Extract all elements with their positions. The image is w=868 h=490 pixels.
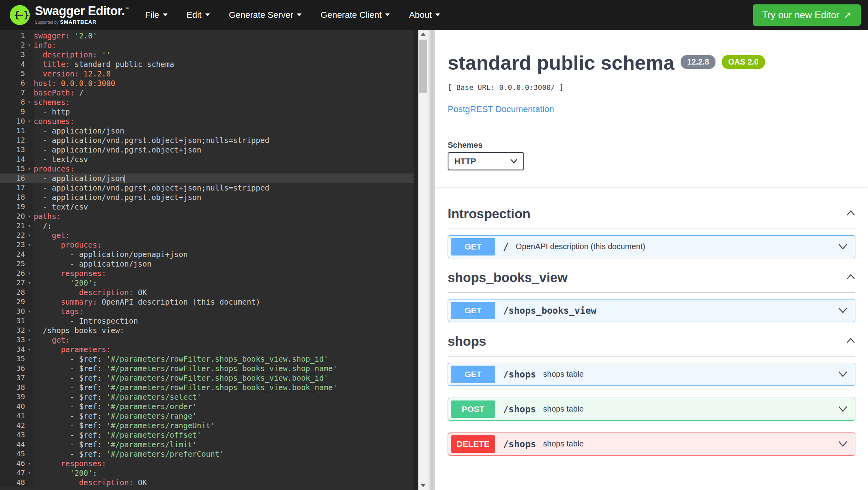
fold-toggle-icon[interactable]: ▾ <box>25 335 34 345</box>
editor-line[interactable]: 47▾ '200': <box>0 468 418 478</box>
editor-line[interactable]: 23▾ produces: <box>0 240 418 250</box>
tag-header-Introspection[interactable]: Introspection <box>448 206 855 229</box>
editor-line[interactable]: 44 - $ref: '#/parameters/limit' <box>0 440 418 449</box>
doc-link[interactable]: PostgREST Documentation <box>448 104 554 114</box>
editor-line[interactable]: 48 description: OK <box>0 478 418 487</box>
editor-line[interactable]: 17 - application/vnd.pgrst.object+json;n… <box>0 183 418 193</box>
editor-line[interactable]: 12 - application/vnd.pgrst.object+json;n… <box>0 135 418 145</box>
editor-line[interactable]: 19 - text/csv <box>0 202 418 212</box>
operation-row-get-[interactable]: GET/OpenAPI description (this document) <box>448 235 855 258</box>
editor-line[interactable]: 42 - $ref: '#/parameters/rangeUnit' <box>0 421 418 430</box>
pane-resizer[interactable] <box>428 30 435 490</box>
editor-line[interactable]: 6host: 0.0.0.0:3000 <box>0 78 418 88</box>
editor-line[interactable]: 5 version: 12.2.8 <box>0 69 418 78</box>
operation-row-post-shops[interactable]: POST/shopsshops table <box>448 398 855 421</box>
menu-item-about[interactable]: About <box>409 10 440 20</box>
editor-line[interactable]: 34▾ parameters: <box>0 345 418 354</box>
expand-operation-icon[interactable] <box>838 440 848 447</box>
code-text: - $ref: '#/parameters/rowFilter.shops_bo… <box>34 354 328 364</box>
editor-line[interactable]: 31 - Introspection <box>0 316 418 326</box>
editor-line[interactable]: 1swagger: '2.0' <box>0 31 418 40</box>
editor-line[interactable]: 18 - application/vnd.pgrst.object+json <box>0 193 418 202</box>
collapse-section-icon[interactable] <box>846 274 855 281</box>
menu-item-generate-client[interactable]: Generate Client <box>320 10 390 20</box>
editor-line[interactable]: 14 - text/csv <box>0 154 418 164</box>
fold-toggle-icon[interactable]: ▾ <box>25 97 34 107</box>
expand-operation-icon[interactable] <box>838 371 848 378</box>
operation-path: /shops <box>503 369 536 379</box>
fold-toggle-icon[interactable]: ▾ <box>25 240 34 250</box>
fold-toggle-icon[interactable]: ▾ <box>25 307 34 316</box>
menu-item-generate-server[interactable]: Generate Server <box>229 10 302 20</box>
editor-line[interactable]: 20▾paths: <box>0 212 418 221</box>
editor-line[interactable]: 4 title: standard public schema <box>0 59 418 69</box>
fold-toggle-icon[interactable]: ▾ <box>25 221 34 231</box>
expand-operation-icon[interactable] <box>838 243 848 250</box>
menu-item-edit[interactable]: Edit <box>187 10 210 20</box>
expand-operation-icon[interactable] <box>838 307 848 314</box>
editor-line[interactable]: 11 - application/json <box>0 126 418 135</box>
scrollbar-up-arrow-icon[interactable] <box>418 30 428 38</box>
menu-item-file[interactable]: File <box>145 10 167 20</box>
code-text: - application/vnd.pgrst.object+json;null… <box>34 135 269 145</box>
editor-line[interactable]: 27▾ '200': <box>0 278 418 288</box>
editor-line[interactable]: 36 - $ref: '#/parameters/rowFilter.shops… <box>0 364 418 373</box>
editor-line[interactable]: 9 - http <box>0 107 418 116</box>
editor-line[interactable]: 40 - $ref: '#/parameters/order' <box>0 402 418 411</box>
scrollbar-down-arrow-icon[interactable] <box>418 481 428 490</box>
editor-line[interactable]: 24 - application/openapi+json <box>0 250 418 259</box>
editor-line[interactable]: 38 - $ref: '#/parameters/rowFilter.shops… <box>0 383 418 392</box>
operation-row-get-shops[interactable]: GET/shopsshops table <box>448 363 855 386</box>
fold-toggle-icon[interactable]: ▾ <box>25 116 34 126</box>
editor-line[interactable]: 39 - $ref: '#/parameters/select' <box>0 392 418 402</box>
line-number: 18 <box>0 193 25 202</box>
editor-scrollbar[interactable] <box>418 30 428 490</box>
editor-line[interactable]: 33▾ get: <box>0 335 418 345</box>
fold-toggle-icon[interactable]: ▾ <box>25 212 34 221</box>
collapse-section-icon[interactable] <box>846 210 855 217</box>
editor-line[interactable]: 45 - $ref: '#/parameters/preferCount' <box>0 449 418 459</box>
editor-line[interactable]: 8▾schemes: <box>0 97 418 107</box>
line-number: 17 <box>0 183 25 193</box>
fold-toggle-icon[interactable]: ▾ <box>25 278 34 288</box>
scrollbar-thumb[interactable] <box>419 40 427 93</box>
editor-line[interactable]: 25 - application/json <box>0 259 418 269</box>
fold-toggle-icon[interactable]: ▾ <box>25 345 34 354</box>
fold-toggle-icon[interactable]: ▾ <box>25 269 34 278</box>
fold-spacer <box>25 478 34 487</box>
tag-header-shops[interactable]: shops <box>448 334 855 357</box>
fold-toggle-icon[interactable]: ▾ <box>25 326 34 335</box>
editor-line[interactable]: 28 description: OK <box>0 288 418 297</box>
editor-line[interactable]: 30▾ tags: <box>0 307 418 316</box>
editor-line[interactable]: 46▾ responses: <box>0 459 418 468</box>
fold-toggle-icon[interactable]: ▾ <box>25 40 34 50</box>
editor-line[interactable]: 15▾produces: <box>0 164 418 174</box>
editor-line[interactable]: 37 - $ref: '#/parameters/rowFilter.shops… <box>0 373 418 383</box>
operation-row-get-shops_books_view[interactable]: GET/shops_books_view <box>448 299 855 322</box>
yaml-editor[interactable]: 1swagger: '2.0'2▾info:3 description: ''4… <box>0 30 418 490</box>
editor-line[interactable]: 35 - $ref: '#/parameters/rowFilter.shops… <box>0 354 418 364</box>
editor-line[interactable]: 43 - $ref: '#/parameters/offset' <box>0 430 418 440</box>
scheme-select[interactable]: HTTP <box>448 152 524 170</box>
editor-line[interactable]: 16 - application/json <box>0 174 418 183</box>
editor-line[interactable]: 41 - $ref: '#/parameters/range' <box>0 411 418 421</box>
fold-toggle-icon[interactable]: ▾ <box>25 231 34 240</box>
fold-toggle-icon[interactable]: ▾ <box>25 164 34 174</box>
try-new-editor-button[interactable]: Try our new Editor ↗ <box>753 4 861 26</box>
editor-line[interactable]: 13 - application/vnd.pgrst.object+json <box>0 145 418 154</box>
operation-row-delete-shops[interactable]: DELETE/shopsshops table <box>448 433 855 456</box>
fold-toggle-icon[interactable]: ▾ <box>25 459 34 468</box>
editor-line[interactable]: 3 description: '' <box>0 50 418 59</box>
editor-line[interactable]: 2▾info: <box>0 40 418 50</box>
editor-line[interactable]: 7basePath: / <box>0 88 418 97</box>
fold-toggle-icon[interactable]: ▾ <box>25 468 34 478</box>
collapse-section-icon[interactable] <box>846 337 855 345</box>
editor-line[interactable]: 22▾ get: <box>0 231 418 240</box>
editor-line[interactable]: 26▾ responses: <box>0 269 418 278</box>
expand-operation-icon[interactable] <box>838 406 848 412</box>
editor-line[interactable]: 32▾ /shops_books_view: <box>0 326 418 335</box>
editor-line[interactable]: 10▾consumes: <box>0 116 418 126</box>
tag-header-shops_books_view[interactable]: shops_books_view <box>448 270 855 293</box>
editor-line[interactable]: 29 summary: OpenAPI description (this do… <box>0 297 418 307</box>
editor-line[interactable]: 21▾ /: <box>0 221 418 231</box>
